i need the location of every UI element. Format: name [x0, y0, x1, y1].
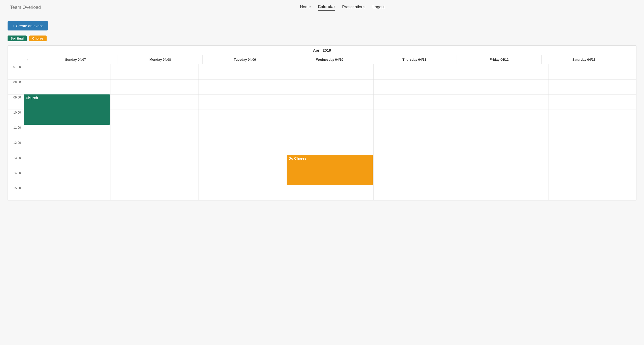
time-1000: 10:00 [8, 110, 23, 125]
cell-sat-1500[interactable] [549, 185, 636, 200]
cell-sat-1300[interactable] [549, 155, 636, 170]
cell-sun-0700[interactable] [23, 64, 111, 79]
cell-wed-1100[interactable] [286, 125, 374, 140]
cell-fri-0700[interactable] [461, 64, 549, 79]
cell-mon-1500[interactable] [111, 185, 198, 200]
cell-sun-1500[interactable] [23, 185, 111, 200]
cell-mon-0900[interactable] [111, 94, 198, 110]
event-church[interactable]: Church [24, 94, 110, 125]
cell-mon-0800[interactable] [111, 79, 198, 94]
cell-thu-1200[interactable] [374, 140, 461, 155]
header-wednesday: Wednesday 04/10 [287, 55, 372, 64]
cell-thu-1400[interactable] [374, 170, 461, 185]
cell-wed-0900[interactable] [286, 94, 374, 110]
time-0800: 08:00 [8, 79, 23, 94]
time-0700: 07:00 [8, 64, 23, 79]
cell-wed-1200[interactable] [286, 140, 374, 155]
next-week-button[interactable]: → [626, 55, 636, 64]
cell-mon-1300[interactable] [111, 155, 198, 170]
cell-mon-1100[interactable] [111, 125, 198, 140]
cell-tue-1400[interactable] [198, 170, 286, 185]
cell-fri-1200[interactable] [461, 140, 549, 155]
day-saturday [549, 64, 636, 200]
header-spacer [8, 55, 23, 64]
cell-wed-1000[interactable] [286, 110, 374, 125]
cell-wed-0700[interactable] [286, 64, 374, 79]
nav-links: Home Calendar Prescriptions Logout [300, 5, 385, 11]
time-1400: 14:00 [8, 170, 23, 185]
cell-sat-1400[interactable] [549, 170, 636, 185]
cell-sat-1000[interactable] [549, 110, 636, 125]
prev-week-button[interactable]: ← [23, 55, 33, 64]
header-sunday: Sunday 04/07 [33, 55, 118, 64]
cell-tue-1000[interactable] [198, 110, 286, 125]
cell-fri-1400[interactable] [461, 170, 549, 185]
cell-mon-1200[interactable] [111, 140, 198, 155]
cell-wed-1500[interactable] [286, 185, 374, 200]
header-thursday: Thursday 04/11 [372, 55, 457, 64]
cell-fri-0900[interactable] [461, 94, 549, 110]
day-tuesday [198, 64, 286, 200]
cell-thu-1000[interactable] [374, 110, 461, 125]
header-tuesday: Tuesday 04/09 [202, 55, 287, 64]
calendar-header: ← Sunday 04/07 Monday 04/08 Tuesday 04/0… [8, 55, 636, 64]
cell-sun-1200[interactable] [23, 140, 111, 155]
calendar: April 2019 ← Sunday 04/07 Monday 04/08 T… [8, 45, 636, 200]
cell-tue-0800[interactable] [198, 79, 286, 94]
header-saturday: Saturday 04/13 [541, 55, 626, 64]
cell-fri-1100[interactable] [461, 125, 549, 140]
calendar-title: April 2019 [8, 46, 636, 55]
cell-sun-1300[interactable] [23, 155, 111, 170]
time-1100: 11:00 [8, 125, 23, 140]
cell-wed-0800[interactable] [286, 79, 374, 94]
cell-tue-1500[interactable] [198, 185, 286, 200]
nav-prescriptions[interactable]: Prescriptions [342, 5, 365, 10]
create-event-button[interactable]: + Create an event [8, 21, 48, 30]
time-1300: 13:00 [8, 155, 23, 170]
time-column: 07:00 08:00 09:00 10:00 11:00 12:00 13:0… [8, 64, 23, 200]
cell-sat-0700[interactable] [549, 64, 636, 79]
cell-sat-0800[interactable] [549, 79, 636, 94]
navbar: Team Overload Home Calendar Prescription… [0, 0, 644, 15]
day-sunday: Church [23, 64, 111, 200]
header-friday: Friday 04/12 [457, 55, 541, 64]
cell-mon-0700[interactable] [111, 64, 198, 79]
cell-thu-0800[interactable] [374, 79, 461, 94]
cell-thu-1300[interactable] [374, 155, 461, 170]
cell-thu-1500[interactable] [374, 185, 461, 200]
cell-mon-1000[interactable] [111, 110, 198, 125]
cell-sun-1400[interactable] [23, 170, 111, 185]
nav-logout[interactable]: Logout [372, 5, 385, 10]
badge-chores[interactable]: Chores [29, 36, 47, 41]
time-1200: 12:00 [8, 140, 23, 155]
cell-fri-1500[interactable] [461, 185, 549, 200]
time-0900: 09:00 [8, 94, 23, 110]
cell-sat-1100[interactable] [549, 125, 636, 140]
cell-fri-1300[interactable] [461, 155, 549, 170]
cell-fri-0800[interactable] [461, 79, 549, 94]
cell-tue-1300[interactable] [198, 155, 286, 170]
cell-tue-0700[interactable] [198, 64, 286, 79]
cell-tue-0900[interactable] [198, 94, 286, 110]
category-badges: Spiritual Chores [8, 36, 636, 41]
cell-thu-0700[interactable] [374, 64, 461, 79]
cell-tue-1100[interactable] [198, 125, 286, 140]
calendar-body: 07:00 08:00 09:00 10:00 11:00 12:00 13:0… [8, 64, 636, 200]
cell-sat-1200[interactable] [549, 140, 636, 155]
time-1500: 15:00 [8, 185, 23, 200]
cell-sat-0900[interactable] [549, 94, 636, 110]
cell-sun-0800[interactable] [23, 79, 111, 94]
cell-thu-1100[interactable] [374, 125, 461, 140]
header-monday: Monday 04/08 [118, 55, 202, 64]
cell-fri-1000[interactable] [461, 110, 549, 125]
cell-tue-1200[interactable] [198, 140, 286, 155]
nav-calendar[interactable]: Calendar [318, 5, 335, 11]
cell-thu-0900[interactable] [374, 94, 461, 110]
day-monday [111, 64, 198, 200]
nav-home[interactable]: Home [300, 5, 311, 10]
cell-sun-1100[interactable] [23, 125, 111, 140]
event-do-chores[interactable]: Do Chores [287, 155, 373, 185]
cell-mon-1400[interactable] [111, 170, 198, 185]
day-friday [461, 64, 549, 200]
badge-spiritual[interactable]: Spiritual [8, 36, 27, 41]
